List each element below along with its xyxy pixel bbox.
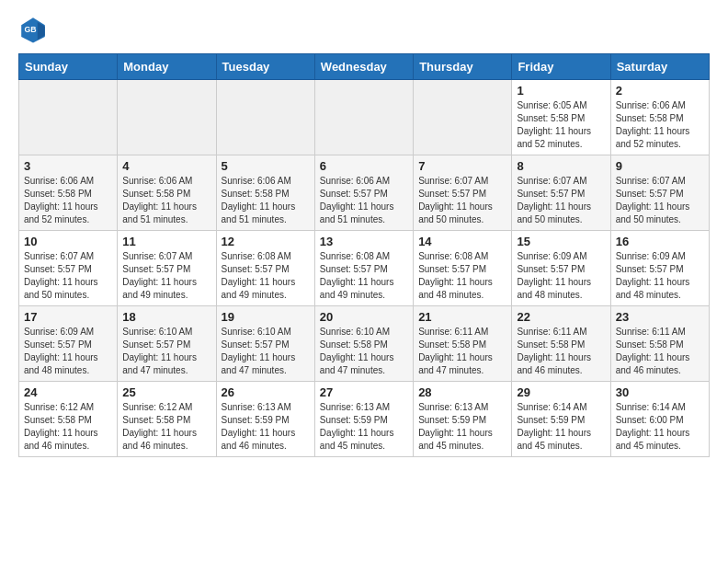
calendar-cell: 23Sunrise: 6:11 AM Sunset: 5:58 PM Dayli…	[610, 306, 709, 382]
cell-info: Sunrise: 6:11 AM Sunset: 5:58 PM Dayligh…	[418, 326, 506, 377]
calendar-cell: 18Sunrise: 6:10 AM Sunset: 5:57 PM Dayli…	[118, 306, 216, 382]
calendar-cell: 28Sunrise: 6:13 AM Sunset: 5:59 PM Dayli…	[414, 382, 512, 457]
logo-icon: GB	[18, 15, 48, 44]
day-number: 3	[24, 159, 112, 173]
cell-info: Sunrise: 6:13 AM Sunset: 5:59 PM Dayligh…	[320, 401, 408, 453]
day-header-sunday: Sunday	[19, 54, 118, 80]
cell-info: Sunrise: 6:10 AM Sunset: 5:57 PM Dayligh…	[222, 326, 310, 377]
day-number: 9	[616, 159, 704, 173]
calendar-cell: 11Sunrise: 6:07 AM Sunset: 5:57 PM Dayli…	[118, 231, 216, 306]
day-number: 13	[320, 235, 408, 248]
cell-info: Sunrise: 6:08 AM Sunset: 5:57 PM Dayligh…	[418, 250, 506, 302]
calendar-week-row: 3Sunrise: 6:06 AM Sunset: 5:58 PM Daylig…	[19, 155, 710, 231]
day-number: 24	[24, 385, 112, 399]
calendar-cell: 14Sunrise: 6:08 AM Sunset: 5:57 PM Dayli…	[414, 231, 512, 306]
day-number: 18	[122, 310, 210, 324]
calendar-cell: 19Sunrise: 6:10 AM Sunset: 5:57 PM Dayli…	[216, 306, 314, 382]
cell-info: Sunrise: 6:09 AM Sunset: 5:57 PM Dayligh…	[616, 250, 704, 302]
cell-info: Sunrise: 6:06 AM Sunset: 5:58 PM Dayligh…	[222, 175, 310, 226]
cell-info: Sunrise: 6:06 AM Sunset: 5:58 PM Dayligh…	[616, 99, 704, 151]
calendar-cell: 1Sunrise: 6:05 AM Sunset: 5:58 PM Daylig…	[512, 80, 610, 155]
cell-info: Sunrise: 6:07 AM Sunset: 5:57 PM Dayligh…	[122, 250, 210, 302]
cell-info: Sunrise: 6:12 AM Sunset: 5:58 PM Dayligh…	[24, 401, 112, 453]
day-number: 17	[24, 310, 112, 324]
day-number: 22	[517, 310, 605, 324]
day-number: 19	[222, 310, 310, 324]
day-number: 10	[24, 235, 112, 248]
calendar-cell: 3Sunrise: 6:06 AM Sunset: 5:58 PM Daylig…	[19, 155, 118, 231]
header: GB	[18, 15, 710, 44]
cell-info: Sunrise: 6:09 AM Sunset: 5:57 PM Dayligh…	[517, 250, 605, 302]
day-number: 15	[517, 235, 605, 248]
day-number: 5	[222, 159, 310, 173]
calendar-week-row: 1Sunrise: 6:05 AM Sunset: 5:58 PM Daylig…	[19, 80, 710, 155]
day-number: 27	[320, 385, 408, 399]
calendar-table: SundayMondayTuesdayWednesdayThursdayFrid…	[18, 53, 710, 457]
cell-info: Sunrise: 6:07 AM Sunset: 5:57 PM Dayligh…	[24, 250, 112, 302]
day-number: 23	[616, 310, 704, 324]
cell-info: Sunrise: 6:11 AM Sunset: 5:58 PM Dayligh…	[616, 326, 704, 377]
day-number: 2	[616, 84, 704, 98]
calendar-cell: 13Sunrise: 6:08 AM Sunset: 5:57 PM Dayli…	[314, 231, 413, 306]
calendar-cell	[314, 80, 413, 155]
cell-info: Sunrise: 6:10 AM Sunset: 5:58 PM Dayligh…	[320, 326, 408, 377]
calendar-cell: 26Sunrise: 6:13 AM Sunset: 5:59 PM Dayli…	[216, 382, 314, 457]
cell-info: Sunrise: 6:13 AM Sunset: 5:59 PM Dayligh…	[418, 401, 506, 453]
calendar-cell: 24Sunrise: 6:12 AM Sunset: 5:58 PM Dayli…	[19, 382, 118, 457]
cell-info: Sunrise: 6:08 AM Sunset: 5:57 PM Dayligh…	[222, 250, 310, 302]
day-number: 7	[418, 159, 506, 173]
calendar-cell: 20Sunrise: 6:10 AM Sunset: 5:58 PM Dayli…	[314, 306, 413, 382]
calendar-header-row: SundayMondayTuesdayWednesdayThursdayFrid…	[19, 54, 710, 80]
cell-info: Sunrise: 6:09 AM Sunset: 5:57 PM Dayligh…	[24, 326, 112, 377]
calendar-cell: 25Sunrise: 6:12 AM Sunset: 5:58 PM Dayli…	[118, 382, 216, 457]
day-number: 30	[616, 385, 704, 399]
calendar-cell: 17Sunrise: 6:09 AM Sunset: 5:57 PM Dayli…	[19, 306, 118, 382]
calendar-cell	[118, 80, 216, 155]
calendar-cell: 4Sunrise: 6:06 AM Sunset: 5:58 PM Daylig…	[118, 155, 216, 231]
day-header-wednesday: Wednesday	[314, 54, 413, 80]
cell-info: Sunrise: 6:10 AM Sunset: 5:57 PM Dayligh…	[122, 326, 210, 377]
calendar-page: GB SundayMondayTuesdayWednesdayThursdayF…	[0, 0, 728, 472]
cell-info: Sunrise: 6:06 AM Sunset: 5:58 PM Dayligh…	[122, 175, 210, 226]
day-number: 14	[418, 235, 506, 248]
cell-info: Sunrise: 6:14 AM Sunset: 6:00 PM Dayligh…	[616, 401, 704, 453]
cell-info: Sunrise: 6:11 AM Sunset: 5:58 PM Dayligh…	[517, 326, 605, 377]
cell-info: Sunrise: 6:12 AM Sunset: 5:58 PM Dayligh…	[122, 401, 210, 453]
day-header-thursday: Thursday	[414, 54, 512, 80]
calendar-cell: 22Sunrise: 6:11 AM Sunset: 5:58 PM Dayli…	[512, 306, 610, 382]
calendar-cell: 27Sunrise: 6:13 AM Sunset: 5:59 PM Dayli…	[314, 382, 413, 457]
day-number: 11	[122, 235, 210, 248]
calendar-cell: 15Sunrise: 6:09 AM Sunset: 5:57 PM Dayli…	[512, 231, 610, 306]
cell-info: Sunrise: 6:13 AM Sunset: 5:59 PM Dayligh…	[222, 401, 310, 453]
cell-info: Sunrise: 6:14 AM Sunset: 5:59 PM Dayligh…	[517, 401, 605, 453]
calendar-cell: 9Sunrise: 6:07 AM Sunset: 5:57 PM Daylig…	[610, 155, 709, 231]
calendar-week-row: 24Sunrise: 6:12 AM Sunset: 5:58 PM Dayli…	[19, 382, 710, 457]
calendar-cell: 8Sunrise: 6:07 AM Sunset: 5:57 PM Daylig…	[512, 155, 610, 231]
day-header-friday: Friday	[512, 54, 610, 80]
cell-info: Sunrise: 6:07 AM Sunset: 5:57 PM Dayligh…	[418, 175, 506, 226]
day-number: 21	[418, 310, 506, 324]
calendar-cell: 16Sunrise: 6:09 AM Sunset: 5:57 PM Dayli…	[610, 231, 709, 306]
cell-info: Sunrise: 6:06 AM Sunset: 5:57 PM Dayligh…	[320, 175, 408, 226]
cell-info: Sunrise: 6:07 AM Sunset: 5:57 PM Dayligh…	[517, 175, 605, 226]
day-number: 8	[517, 159, 605, 173]
calendar-cell: 21Sunrise: 6:11 AM Sunset: 5:58 PM Dayli…	[414, 306, 512, 382]
calendar-cell: 7Sunrise: 6:07 AM Sunset: 5:57 PM Daylig…	[414, 155, 512, 231]
cell-info: Sunrise: 6:06 AM Sunset: 5:58 PM Dayligh…	[24, 175, 112, 226]
calendar-cell: 30Sunrise: 6:14 AM Sunset: 6:00 PM Dayli…	[610, 382, 709, 457]
day-number: 20	[320, 310, 408, 324]
calendar-cell: 2Sunrise: 6:06 AM Sunset: 5:58 PM Daylig…	[610, 80, 709, 155]
day-number: 26	[222, 385, 310, 399]
day-header-monday: Monday	[118, 54, 216, 80]
calendar-cell: 10Sunrise: 6:07 AM Sunset: 5:57 PM Dayli…	[19, 231, 118, 306]
day-number: 12	[222, 235, 310, 248]
calendar-cell: 29Sunrise: 6:14 AM Sunset: 5:59 PM Dayli…	[512, 382, 610, 457]
calendar-cell	[216, 80, 314, 155]
calendar-week-row: 17Sunrise: 6:09 AM Sunset: 5:57 PM Dayli…	[19, 306, 710, 382]
day-header-tuesday: Tuesday	[216, 54, 314, 80]
day-number: 16	[616, 235, 704, 248]
day-number: 28	[418, 385, 506, 399]
cell-info: Sunrise: 6:05 AM Sunset: 5:58 PM Dayligh…	[517, 99, 605, 151]
day-number: 6	[320, 159, 408, 173]
day-header-saturday: Saturday	[610, 54, 709, 80]
